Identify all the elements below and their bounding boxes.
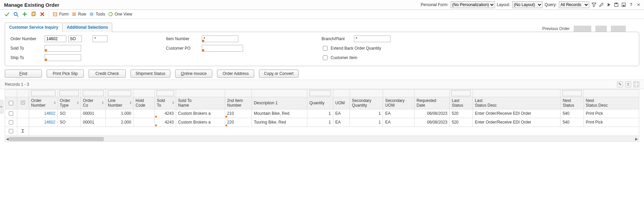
one-view-icon bbox=[108, 11, 113, 17]
delete-icon[interactable] bbox=[39, 11, 45, 17]
svg-point-4 bbox=[14, 12, 17, 16]
col-secondary-qty[interactable]: SecondaryQuantity bbox=[350, 97, 383, 109]
tab-customer-service-inquiry[interactable]: Customer Service Inquiry bbox=[5, 23, 63, 32]
one-view-label: One View bbox=[115, 12, 132, 17]
maximize-grid-icon[interactable]: ⛶ bbox=[633, 81, 639, 87]
extend-back-order-checkbox[interactable] bbox=[323, 46, 328, 51]
online-invoice-button[interactable]: Online Invoice bbox=[175, 70, 212, 78]
filter-icon[interactable] bbox=[591, 2, 597, 7]
cell-quantity: 1 bbox=[307, 118, 333, 127]
ship-to-input[interactable] bbox=[45, 54, 81, 61]
filter-order-type[interactable] bbox=[59, 90, 79, 96]
order-co-input[interactable] bbox=[93, 35, 108, 42]
col-line-number[interactable]: LineNumber⇕ bbox=[106, 97, 134, 109]
filter-line-number[interactable] bbox=[108, 90, 131, 96]
col-hold-code[interactable]: HoldCode bbox=[134, 97, 155, 109]
cell-sold-to: 4243 bbox=[154, 109, 176, 118]
table-row[interactable]: 14602SO000011.0004243Custom Brokers a210… bbox=[5, 109, 639, 118]
order-number-input[interactable] bbox=[45, 35, 66, 42]
shipment-status-button[interactable]: Shipment Status bbox=[130, 70, 170, 78]
row-menu[interactable]: Row bbox=[71, 11, 86, 17]
close-icon[interactable]: ✕ bbox=[636, 2, 641, 7]
results-grid: OrderNumber⇕ OrderType⇕ OrderCo⇕ LineNum… bbox=[5, 89, 639, 136]
credit-check-button[interactable]: Credit Check bbox=[89, 70, 126, 78]
col-next-status-desc[interactable]: NextStatus Desc bbox=[583, 97, 639, 109]
save-icon[interactable] bbox=[614, 2, 619, 7]
form-menu[interactable]: Form bbox=[52, 11, 69, 17]
layout-select[interactable]: (No Layout) bbox=[512, 1, 543, 8]
one-view-menu[interactable]: One View bbox=[108, 11, 132, 17]
side-expand-handle[interactable]: ▸ bbox=[0, 100, 3, 113]
save-as-icon[interactable] bbox=[621, 2, 626, 7]
filter-sold-to[interactable] bbox=[157, 90, 174, 96]
customer-po-input[interactable] bbox=[202, 45, 243, 52]
col-next-status[interactable]: NextStatus bbox=[560, 97, 583, 109]
copy-icon[interactable] bbox=[30, 11, 37, 17]
scroll-right-arrow[interactable]: ▶ bbox=[634, 137, 639, 141]
order-number-label: Order Number bbox=[10, 36, 43, 41]
filter-order-co[interactable] bbox=[83, 90, 104, 96]
col-second-item[interactable]: 2nd ItemNumber bbox=[225, 97, 252, 109]
order-type-input[interactable] bbox=[68, 35, 82, 42]
row-icon bbox=[71, 11, 77, 17]
col-description1[interactable]: Description 1 bbox=[252, 97, 307, 109]
ok-icon[interactable] bbox=[4, 11, 10, 17]
layout-label: Layout: bbox=[497, 2, 510, 7]
branch-plant-input[interactable] bbox=[354, 35, 390, 42]
filter-order-number[interactable] bbox=[31, 90, 55, 96]
item-number-input[interactable] bbox=[202, 35, 238, 42]
summary-row-checkbox[interactable] bbox=[9, 129, 13, 133]
run-icon[interactable] bbox=[606, 2, 612, 7]
add-icon[interactable] bbox=[22, 11, 28, 17]
cell-order-type: SO bbox=[57, 109, 80, 118]
cell-second-item: 210 bbox=[225, 109, 252, 118]
customer-item-checkbox[interactable] bbox=[323, 55, 328, 60]
cell-uom: EA bbox=[333, 118, 350, 127]
cell-order-number[interactable]: 14602 bbox=[29, 118, 58, 127]
row-action-header[interactable] bbox=[17, 97, 29, 109]
col-quantity[interactable]: Quantity bbox=[307, 97, 333, 109]
export-icon[interactable]: ⇧ bbox=[625, 81, 631, 87]
sold-to-input[interactable] bbox=[45, 45, 81, 52]
pencil-icon[interactable] bbox=[599, 2, 604, 7]
table-row[interactable]: 14602SO000012.0004243Custom Brokers a220… bbox=[5, 118, 639, 127]
scroll-thumb[interactable] bbox=[9, 137, 104, 141]
cell-order-type: SO bbox=[57, 118, 80, 127]
col-last-status-desc[interactable]: LastStatus Desc bbox=[473, 97, 560, 109]
print-pick-slip-button[interactable]: Print Pick Slip bbox=[47, 70, 84, 78]
col-secondary-uom[interactable]: SecondaryUOM bbox=[383, 97, 414, 109]
cell-second-item: 220 bbox=[225, 118, 252, 127]
row-checkbox[interactable] bbox=[9, 120, 13, 125]
row-checkbox[interactable] bbox=[9, 111, 13, 116]
cell-quantity: 1 bbox=[307, 109, 333, 118]
help-icon[interactable]: ? bbox=[628, 2, 634, 7]
find-button[interactable]: Find bbox=[5, 70, 42, 78]
tabs: Customer Service Inquiry Additional Sele… bbox=[5, 22, 112, 32]
col-requested-date[interactable]: RequestedDate bbox=[414, 97, 450, 109]
filter-quantity[interactable] bbox=[309, 90, 331, 96]
sold-to-label: Sold To bbox=[10, 46, 43, 51]
order-address-button[interactable]: Order Address bbox=[217, 70, 254, 78]
col-order-co[interactable]: OrderCo⇕ bbox=[81, 97, 106, 109]
col-sold-to[interactable]: SoldTo⇕ bbox=[154, 97, 176, 109]
col-order-type[interactable]: OrderType⇕ bbox=[57, 97, 80, 109]
cell-order-number[interactable]: 14602 bbox=[29, 109, 58, 118]
copy-or-convert-button[interactable]: Copy or Convert bbox=[259, 70, 299, 78]
col-uom[interactable]: UOM bbox=[333, 97, 350, 109]
cell-sold-to-name: Custom Brokers a bbox=[176, 109, 225, 118]
horizontal-scrollbar[interactable]: ◀ ▶ bbox=[5, 136, 639, 142]
tab-additional-selections[interactable]: Additional Selections bbox=[63, 23, 112, 32]
customize-grid-icon[interactable]: ✎ bbox=[617, 81, 623, 87]
col-order-number[interactable]: OrderNumber⇕ bbox=[29, 97, 58, 109]
filter-last-status[interactable] bbox=[451, 90, 471, 96]
col-last-status[interactable]: LastStatus bbox=[450, 97, 473, 109]
gear-icon bbox=[89, 11, 94, 17]
filter-next-status[interactable] bbox=[563, 90, 582, 96]
personal-form-select[interactable]: (No Personalization) bbox=[451, 1, 495, 8]
col-sold-to-name[interactable]: Sold ToName bbox=[176, 97, 225, 109]
search-icon[interactable] bbox=[13, 11, 19, 17]
cell-order-co: 00001 bbox=[81, 118, 106, 127]
tools-menu[interactable]: Tools bbox=[89, 11, 105, 17]
query-select[interactable]: All Records bbox=[559, 1, 589, 8]
select-all-checkbox[interactable] bbox=[9, 101, 13, 105]
